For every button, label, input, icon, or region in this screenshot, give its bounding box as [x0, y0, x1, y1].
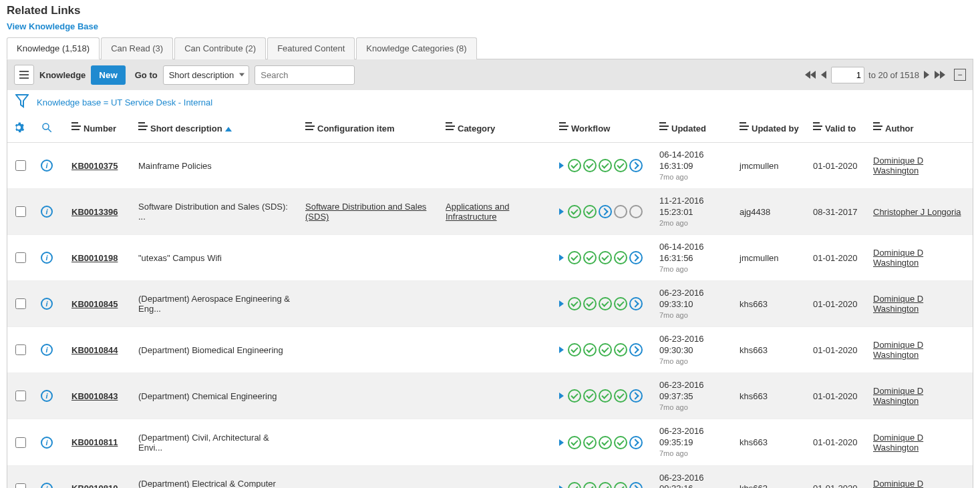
category-link[interactable]: Applications and Infrastructure: [446, 202, 509, 222]
info-icon[interactable]: i: [41, 344, 53, 356]
workflow-step-green-icon: [568, 297, 581, 310]
column-header-valid-to[interactable]: Valid to: [808, 115, 868, 143]
last-page-button[interactable]: [934, 70, 946, 79]
author-link[interactable]: Dominique D Washington: [873, 479, 923, 488]
next-page-button[interactable]: [923, 70, 930, 79]
new-button[interactable]: New: [91, 65, 125, 85]
table-row: iKB0010845(Department) Aerospace Enginee…: [7, 281, 973, 327]
row-checkbox[interactable]: [15, 252, 26, 263]
author-link[interactable]: Dominique D Washington: [873, 433, 923, 453]
kb-number-link[interactable]: KB0010810: [71, 483, 118, 488]
updated-by-cell: jmcmullen: [734, 143, 808, 189]
tab[interactable]: Can Contribute (2): [174, 37, 266, 59]
kb-number-link[interactable]: KB0010375: [71, 161, 118, 171]
row-checkbox[interactable]: [15, 391, 26, 401]
goto-field-dropdown[interactable]: Short description: [163, 65, 250, 85]
page-number-input[interactable]: [831, 67, 864, 83]
column-header-config-item[interactable]: Configuration item: [300, 115, 440, 143]
updated-by-cell: khs663: [734, 465, 808, 488]
author-link[interactable]: Christopher J Longoria: [873, 207, 961, 217]
collapse-button[interactable]: −: [954, 69, 966, 81]
updated-by-cell: khs663: [734, 373, 808, 419]
info-icon[interactable]: i: [41, 160, 53, 172]
workflow-step-grey-icon: [629, 205, 643, 218]
row-checkbox[interactable]: [15, 298, 26, 309]
row-checkbox[interactable]: [15, 206, 26, 217]
filter-icon[interactable]: [15, 94, 29, 111]
workflow-expand-icon[interactable]: [559, 162, 564, 169]
short-description-cell: "utexas" Campus Wifi: [133, 235, 300, 281]
config-item-link[interactable]: Software Distribution and Sales (SDS): [305, 202, 426, 222]
author-link[interactable]: Dominique D Washington: [873, 386, 923, 406]
column-header-updated[interactable]: Updated: [654, 115, 734, 143]
workflow-step-blue-icon: [629, 389, 643, 403]
kb-number-link[interactable]: KB0010811: [71, 437, 118, 447]
tab[interactable]: Featured Content: [267, 37, 355, 59]
info-icon[interactable]: i: [41, 437, 53, 449]
row-checkbox[interactable]: [15, 483, 26, 488]
row-checkbox[interactable]: [15, 344, 26, 355]
workflow-expand-icon[interactable]: [559, 485, 564, 488]
table-row: iKB0010198"utexas" Campus Wifi06-14-2016…: [7, 235, 973, 281]
table-row: iKB0013396Software Distribution and Sale…: [7, 189, 973, 235]
tab[interactable]: Can Read (3): [101, 37, 173, 59]
updated-cell: 11-21-201615:23:012mo ago: [654, 189, 734, 235]
info-icon[interactable]: i: [41, 390, 53, 402]
workflow-step-blue-icon: [629, 297, 643, 310]
author-link[interactable]: Dominique D Washington: [873, 340, 923, 360]
kb-number-link[interactable]: KB0010844: [71, 345, 118, 355]
workflow-step-green-icon: [568, 205, 581, 218]
updated-cell: 06-23-201609:37:357mo ago: [654, 373, 734, 419]
short-description-cell: Software Distribution and Sales (SDS): .…: [133, 189, 300, 235]
author-link[interactable]: Dominique D Washington: [873, 156, 923, 176]
workflow-expand-icon[interactable]: [559, 393, 564, 399]
info-icon[interactable]: i: [41, 298, 53, 310]
tab[interactable]: Knowledge (1,518): [7, 37, 100, 59]
workflow-expand-icon[interactable]: [559, 439, 564, 446]
workflow-step-green-icon: [614, 482, 627, 488]
workflow-step-green-icon: [599, 251, 612, 264]
column-header-workflow[interactable]: Workflow: [554, 115, 654, 143]
search-input[interactable]: [255, 65, 355, 85]
row-checkbox[interactable]: [15, 437, 26, 448]
workflow-step-green-icon: [614, 297, 627, 310]
related-links-title: Related Links: [0, 0, 980, 21]
search-icon[interactable]: [41, 126, 53, 136]
workflow-expand-icon[interactable]: [559, 346, 564, 353]
table-row: iKB0010811(Department) Civil, Architectu…: [7, 419, 973, 465]
prev-page-button[interactable]: [820, 70, 827, 79]
author-link[interactable]: Dominique D Washington: [873, 294, 923, 314]
pager-range-text: to 20 of 1518: [868, 70, 919, 80]
gear-icon[interactable]: [13, 126, 25, 136]
kb-number-link[interactable]: KB0010845: [71, 299, 118, 309]
info-icon[interactable]: i: [41, 483, 53, 488]
valid-to-cell: 01-01-2020: [808, 465, 868, 488]
updated-by-cell: khs663: [734, 327, 808, 373]
workflow-expand-icon[interactable]: [559, 208, 564, 215]
column-header-number[interactable]: Number: [66, 115, 133, 143]
tab[interactable]: Knowledge Categories (8): [356, 37, 476, 59]
workflow-expand-icon[interactable]: [559, 254, 564, 261]
column-menu-icon: [873, 126, 882, 134]
row-checkbox[interactable]: [15, 160, 26, 171]
column-header-short-description[interactable]: Short description: [133, 115, 300, 143]
first-page-button[interactable]: [804, 70, 816, 79]
kb-number-link[interactable]: KB0013396: [71, 207, 118, 217]
workflow-expand-icon[interactable]: [559, 300, 564, 307]
kb-number-link[interactable]: KB0010198: [71, 253, 118, 263]
info-icon[interactable]: i: [41, 252, 53, 264]
column-menu-icon: [305, 126, 315, 134]
column-header-updated-by[interactable]: Updated by: [734, 115, 808, 143]
kb-number-link[interactable]: KB0010843: [71, 391, 118, 401]
column-header-category[interactable]: Category: [440, 115, 554, 143]
info-icon[interactable]: i: [41, 206, 53, 218]
view-knowledge-base-link[interactable]: View Knowledge Base: [7, 21, 98, 31]
workflow-step-green-icon: [568, 343, 581, 356]
hamburger-menu-button[interactable]: [14, 65, 34, 85]
short-description-cell: (Department) Biomedical Engineering: [133, 327, 300, 373]
author-link[interactable]: Dominique D Washington: [873, 248, 923, 268]
tab-bar: Knowledge (1,518)Can Read (3)Can Contrib…: [7, 37, 973, 59]
workflow-indicator: [559, 297, 649, 310]
filter-breadcrumb-link[interactable]: Knowledge base = UT Service Desk - Inter…: [37, 97, 212, 107]
column-header-author[interactable]: Author: [868, 115, 973, 143]
